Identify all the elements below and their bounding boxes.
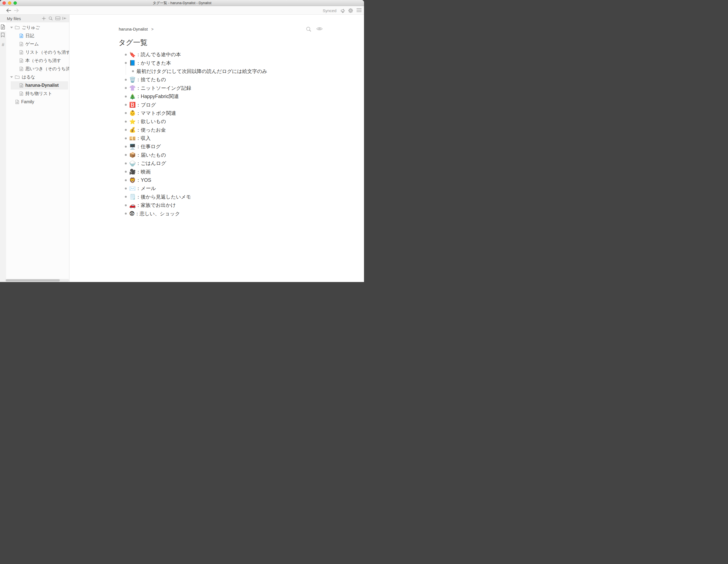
tag-separator: ： bbox=[136, 135, 141, 142]
inbox-icon[interactable] bbox=[55, 16, 60, 21]
bullet-icon[interactable] bbox=[125, 138, 127, 139]
tag-emoji: 💴 bbox=[129, 136, 136, 141]
document-icon bbox=[15, 100, 19, 104]
document-title[interactable]: タグ一覧 bbox=[118, 38, 147, 47]
list-item: 🅱️ ： ブログ bbox=[125, 101, 267, 109]
bullet-icon[interactable] bbox=[125, 204, 127, 206]
view-options-eye-icon[interactable] bbox=[316, 26, 322, 32]
item-text[interactable]: 読んでる途中の本 bbox=[141, 51, 181, 58]
bullet-icon[interactable] bbox=[125, 154, 127, 156]
list-item: 🎄 ： HappyFabric関連 bbox=[125, 92, 267, 101]
bullet-icon[interactable] bbox=[125, 87, 127, 89]
item-text[interactable]: 収入 bbox=[141, 135, 151, 142]
bullet-icon[interactable] bbox=[125, 213, 127, 215]
sidebar-folder-goryugo[interactable]: ごりゅご bbox=[6, 23, 69, 32]
folder-expand-triangle-icon[interactable] bbox=[10, 76, 13, 78]
document-search-icon[interactable] bbox=[306, 26, 312, 32]
sidebar-folder-haruna[interactable]: はるな bbox=[6, 73, 69, 81]
tags-pane-icon[interactable]: # bbox=[1, 42, 5, 48]
document-icon bbox=[20, 91, 23, 96]
tag-separator: ： bbox=[136, 152, 141, 158]
sidebar-doc-game[interactable]: ゲーム bbox=[6, 40, 69, 48]
add-document-button[interactable] bbox=[42, 16, 46, 21]
list-item: 👶 ： ママトボク関連 bbox=[125, 109, 267, 117]
search-files-icon[interactable] bbox=[48, 16, 53, 21]
sync-status: Synced bbox=[323, 8, 336, 13]
item-text[interactable]: ニットソーイング記録 bbox=[141, 85, 191, 91]
bullet-icon[interactable] bbox=[125, 171, 127, 173]
item-text[interactable]: 欲しいもの bbox=[141, 118, 166, 125]
minimize-window-button[interactable] bbox=[8, 1, 11, 5]
sidebar-doc-belongings[interactable]: 持ち物リスト bbox=[6, 90, 69, 98]
bullet-icon[interactable] bbox=[125, 121, 127, 123]
item-text[interactable]: 使ったお金 bbox=[141, 127, 166, 133]
folder-expand-triangle-icon[interactable] bbox=[10, 27, 13, 28]
sidebar-doc-ideas[interactable]: 思いつき（そのうち消す bbox=[6, 65, 69, 73]
sidebar-hscrollbar-track[interactable] bbox=[5, 279, 69, 282]
list-item: 👚 ： ニットソーイング記録 bbox=[125, 84, 267, 92]
item-text[interactable]: ママトボク関連 bbox=[141, 110, 176, 117]
sidebar-title: My files bbox=[7, 16, 42, 21]
folder-label: はるな bbox=[22, 74, 35, 80]
item-text[interactable]: YOS bbox=[141, 177, 151, 183]
doc-label: リスト（そのうち消す bbox=[25, 50, 69, 55]
item-text[interactable]: かりてきた本 bbox=[141, 60, 171, 66]
bullet-icon[interactable] bbox=[125, 196, 127, 198]
bullet-icon[interactable] bbox=[125, 79, 127, 81]
item-text[interactable]: 捨てたもの bbox=[141, 76, 166, 83]
bullet-icon[interactable] bbox=[125, 188, 127, 190]
tag-separator: ： bbox=[136, 127, 141, 133]
forward-arrow-icon[interactable] bbox=[14, 8, 20, 13]
tag-emoji: 😨 bbox=[129, 211, 135, 216]
item-text[interactable]: ごはんログ bbox=[141, 160, 166, 167]
list-item: 🗒️ ： 後から見返したいメモ bbox=[125, 193, 267, 201]
breadcrumb-chevron[interactable]: > bbox=[151, 27, 153, 31]
tag-separator: ： bbox=[136, 202, 141, 209]
sidebar-doc-haruna-dynalist-selected[interactable]: haruna-Dynalist bbox=[11, 81, 68, 90]
item-text[interactable]: 悲しい、ショック bbox=[140, 211, 180, 217]
item-text[interactable]: ブログ bbox=[141, 102, 156, 108]
tag-emoji: 🎄 bbox=[129, 94, 136, 99]
bullet-icon[interactable] bbox=[125, 179, 127, 181]
item-text[interactable]: 仕事ログ bbox=[141, 143, 161, 150]
megaphone-icon[interactable] bbox=[340, 8, 346, 14]
folder-label: ごりゅご bbox=[22, 25, 40, 31]
gear-icon[interactable] bbox=[348, 8, 354, 14]
item-text[interactable]: HappyFabric関連 bbox=[141, 93, 179, 100]
sidebar-doc-nikki[interactable]: 日記 bbox=[6, 32, 69, 40]
breadcrumb[interactable]: haruna-Dynalist> bbox=[119, 27, 153, 31]
bookmarks-pane-icon[interactable] bbox=[1, 33, 5, 38]
bullet-icon[interactable] bbox=[132, 70, 134, 72]
item-text[interactable]: メール bbox=[141, 185, 156, 192]
sidebar-doc-family[interactable]: Family bbox=[6, 98, 69, 106]
bullet-icon[interactable] bbox=[125, 112, 127, 114]
app-window: タグ一覧 - haruna-Dynalist - Dynalist Synced… bbox=[0, 0, 364, 282]
close-window-button[interactable] bbox=[2, 1, 6, 5]
bullet-icon[interactable] bbox=[125, 146, 127, 148]
item-text[interactable]: 最初だけタグにして次回以降の読んだログには絵文字のみ bbox=[136, 68, 267, 75]
item-text[interactable]: 家族でお出かけ bbox=[141, 202, 176, 209]
item-text[interactable]: 後から見返したいメモ bbox=[141, 194, 191, 200]
item-text[interactable]: 映画 bbox=[141, 169, 151, 175]
files-pane-icon[interactable] bbox=[1, 25, 5, 30]
bullet-icon[interactable] bbox=[125, 163, 127, 165]
sidebar-hscrollbar-thumb[interactable] bbox=[6, 279, 60, 282]
tag-separator: ： bbox=[136, 85, 141, 91]
tag-emoji: 🎥 bbox=[129, 169, 136, 174]
bullet-icon[interactable] bbox=[125, 104, 127, 106]
back-arrow-icon[interactable] bbox=[6, 8, 12, 13]
item-text[interactable]: 届いたもの bbox=[141, 152, 166, 158]
bullet-icon[interactable] bbox=[125, 54, 127, 56]
zoom-window-button[interactable] bbox=[14, 1, 17, 5]
sidebar-doc-books[interactable]: 本（そのうち消す bbox=[6, 56, 69, 65]
list-item: 🗑️ ： 捨てたもの bbox=[125, 76, 267, 84]
bullet-icon[interactable] bbox=[125, 96, 127, 98]
collapse-sidebar-icon[interactable] bbox=[62, 16, 67, 21]
window-title: タグ一覧 - haruna-Dynalist - Dynalist bbox=[153, 1, 211, 6]
menu-hamburger-icon[interactable] bbox=[356, 8, 362, 14]
breadcrumb-doc-name[interactable]: haruna-Dynalist bbox=[119, 27, 148, 31]
sidebar-doc-list[interactable]: リスト（そのうち消す bbox=[6, 48, 69, 56]
tag-emoji: 📘 bbox=[129, 60, 136, 66]
tag-separator: ： bbox=[136, 76, 141, 83]
bullet-icon[interactable] bbox=[125, 129, 127, 131]
